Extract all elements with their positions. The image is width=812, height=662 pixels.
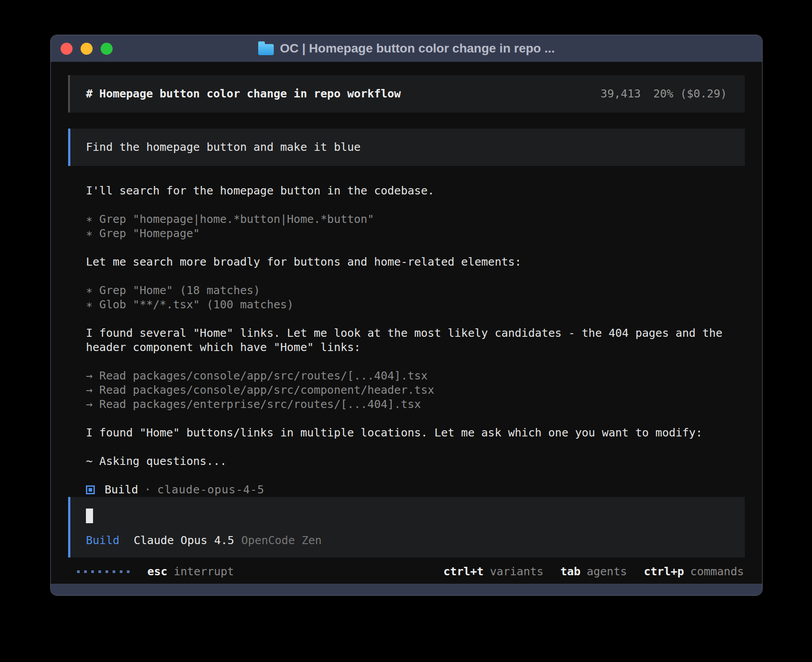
hint-commands: ctrl+p commands xyxy=(644,565,744,579)
folder-icon xyxy=(258,44,274,55)
session-stats: 39,41320% ($0.29) xyxy=(601,87,727,101)
hint-interrupt: esc interrupt xyxy=(147,565,234,579)
statusbar-hints: ctrl+t variants tab agents ctrl+p comman… xyxy=(426,565,744,579)
spinner-dot xyxy=(84,570,87,573)
zoom-button[interactable] xyxy=(101,43,113,55)
hint-label: variants xyxy=(490,565,543,579)
agent-name: Build xyxy=(105,483,138,497)
key-esc: esc xyxy=(147,565,167,579)
spinner-dot xyxy=(98,570,101,573)
terminal-content: # Homepage button color change in repo w… xyxy=(51,62,762,584)
spinner-dots xyxy=(77,570,130,573)
hint-label: interrupt xyxy=(174,565,234,579)
hint-variants: ctrl+t variants xyxy=(443,565,544,579)
hint-agents: tab agents xyxy=(560,565,627,579)
assistant-text: I found several "Home" links. Let me loo… xyxy=(86,326,727,355)
titlebar: OC | Homepage button color change in rep… xyxy=(51,35,762,62)
separator-dot: · xyxy=(144,483,151,497)
window-title: OC | Homepage button color change in rep… xyxy=(280,41,555,56)
tool-call-grep: ∗ Grep "Homepage" xyxy=(86,226,727,241)
assistant-transcript: I'll search for the homepage button in t… xyxy=(68,184,745,468)
spinner-dot xyxy=(106,570,108,573)
composer-model: Claude Opus 4.5 xyxy=(134,533,234,548)
assistant-text: I found "Home" buttons/links in multiple… xyxy=(86,426,727,440)
context-usage: 20% ($0.29) xyxy=(653,87,727,100)
composer-provider: OpenCode Zen xyxy=(241,533,322,548)
assistant-text: I'll search for the homepage button in t… xyxy=(86,184,727,198)
tool-call-grep: ∗ Grep "Home" (18 matches) xyxy=(86,283,727,298)
text-cursor xyxy=(86,509,93,523)
composer-mode: Build xyxy=(86,533,119,548)
tool-call-read: → Read packages/console/app/src/routes/[… xyxy=(86,369,727,383)
window-controls xyxy=(61,35,113,62)
key-ctrl-t: ctrl+t xyxy=(443,565,483,579)
statusbar: esc interrupt ctrl+t variants tab agents… xyxy=(68,565,745,579)
hint-label: commands xyxy=(690,565,744,579)
tool-call-glob: ∗ Glob "**/*.tsx" (100 matches) xyxy=(86,298,727,312)
user-message-text: Find the homepage button and make it blu… xyxy=(86,140,361,154)
session-title: # Homepage button color change in repo w… xyxy=(86,87,401,101)
key-ctrl-p: ctrl+p xyxy=(644,565,684,579)
agent-icon xyxy=(86,485,95,494)
close-button[interactable] xyxy=(61,43,73,55)
terminal-window: OC | Homepage button color change in rep… xyxy=(50,35,763,596)
tool-call-read: → Read packages/enterprise/src/routes/[.… xyxy=(86,397,727,412)
spinner-dot xyxy=(127,570,130,573)
assistant-text: Let me search more broadly for buttons a… xyxy=(86,255,727,269)
spinner-dot xyxy=(113,570,115,573)
spinner-dot xyxy=(91,570,94,573)
spinner-dot xyxy=(120,570,122,573)
key-tab: tab xyxy=(560,565,581,579)
spinner-dot xyxy=(77,570,80,573)
minimize-button[interactable] xyxy=(81,43,93,55)
token-count: 39,413 xyxy=(601,87,641,100)
composer-meta: Build Claude Opus 4.5 OpenCode Zen xyxy=(86,533,729,548)
tool-call-grep: ∗ Grep "homepage|home.*button|Home.*butt… xyxy=(86,212,727,226)
hint-label: agents xyxy=(587,565,627,579)
prompt-input[interactable]: Build Claude Opus 4.5 OpenCode Zen xyxy=(68,497,745,557)
session-header: # Homepage button color change in repo w… xyxy=(68,75,745,113)
agent-model-id: claude-opus-4-5 xyxy=(157,483,264,497)
window-title-group: OC | Homepage button color change in rep… xyxy=(258,41,555,56)
agent-status-line: Build · claude-opus-4-5 xyxy=(68,483,745,497)
user-message: Find the homepage button and make it blu… xyxy=(68,129,745,166)
tool-call-read: → Read packages/console/app/src/componen… xyxy=(86,383,727,397)
window-bottom-bar xyxy=(51,584,762,595)
assistant-status-text: ~ Asking questions... xyxy=(86,454,727,468)
